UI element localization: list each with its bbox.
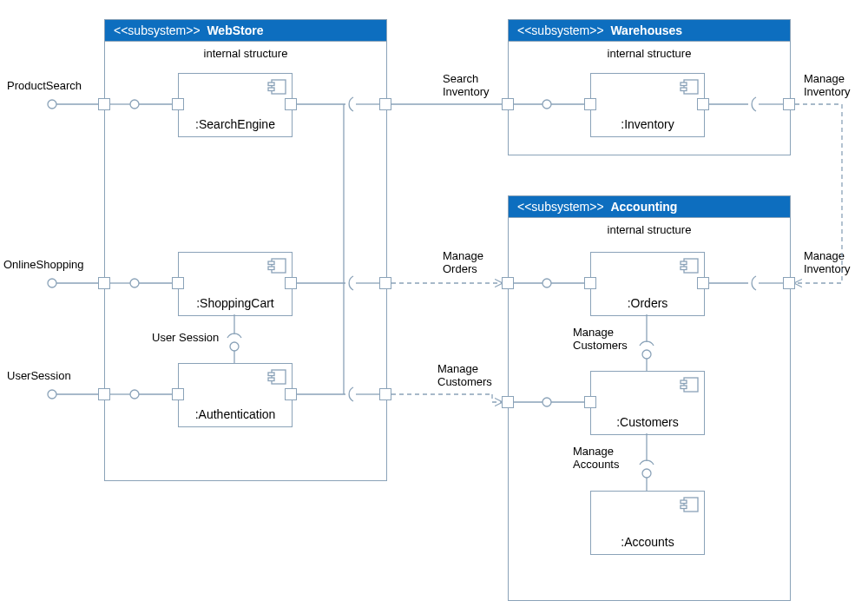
- svg-point-58: [542, 398, 551, 406]
- svg-point-25: [48, 390, 56, 399]
- svg-point-53: [542, 279, 551, 287]
- svg-point-21: [48, 100, 56, 109]
- svg-point-64: [642, 469, 651, 478]
- connectors-layer: [0, 0, 868, 614]
- svg-point-31: [130, 279, 139, 287]
- svg-point-45: [542, 100, 551, 109]
- svg-point-34: [130, 390, 139, 399]
- svg-point-23: [48, 279, 56, 287]
- svg-point-28: [130, 100, 139, 109]
- svg-point-61: [642, 350, 651, 359]
- uml-diagram: <<subsystem>> WebStore internal structur…: [0, 0, 868, 614]
- svg-point-50: [230, 342, 239, 351]
